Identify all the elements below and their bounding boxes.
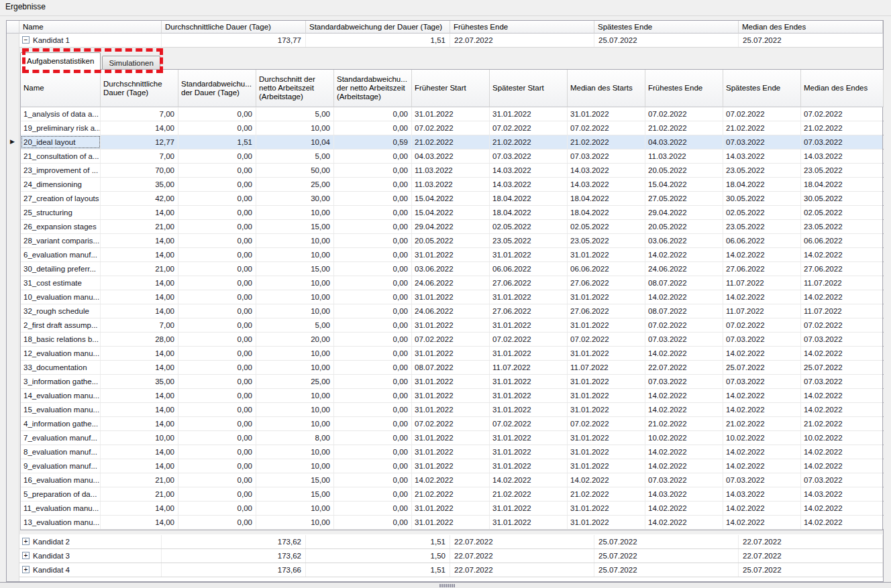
table-cell[interactable]: 11.07.2022 [801,304,884,318]
table-cell[interactable]: 5,00 [256,150,334,163]
table-cell[interactable]: 23.05.2022 [723,164,801,177]
table-row[interactable]: 33_documentation14,000,0010,000,0008.07.… [21,361,882,375]
table-row[interactable]: 21_consultation of a...7,000,005,000,000… [21,150,882,164]
table-cell[interactable]: 21.02.2022 [801,121,884,135]
table-cell[interactable]: 31_cost estimate [21,276,101,290]
table-cell[interactable]: 0,00 [178,445,256,459]
table-cell[interactable]: 14.02.2022 [801,248,884,261]
table-cell[interactable]: 14,00 [101,389,178,402]
table-cell[interactable]: 10.02.2022 [801,431,884,445]
table-cell[interactable]: 20_ideal layout [21,135,101,149]
table-cell[interactable]: 14.02.2022 [412,473,490,487]
table-cell[interactable]: 06.06.2022 [568,262,645,276]
table-cell[interactable]: 11.07.2022 [723,276,801,290]
table-cell[interactable]: 10.02.2022 [645,431,723,445]
table-row[interactable]: 30_detailing preferr...21,000,0015,000,0… [21,262,882,276]
table-cell[interactable]: 31.01.2022 [490,431,568,445]
table-cell[interactable]: 14.02.2022 [801,403,884,416]
splitter-grip-icon[interactable] [439,584,455,587]
table-cell[interactable]: 02.05.2022 [568,220,645,233]
table-cell[interactable]: 14.03.2022 [568,164,645,177]
table-cell[interactable]: 31.01.2022 [568,375,645,388]
table-cell[interactable]: 0,00 [334,164,412,177]
table-cell[interactable]: 14.02.2022 [801,290,884,304]
master-cell[interactable]: 1,51 [306,563,450,577]
table-cell[interactable]: 0,59 [334,135,412,149]
table-row[interactable]: 18_basic relations b...28,000,0020,000,0… [21,333,882,347]
table-cell[interactable]: 18.04.2022 [490,192,568,205]
table-cell[interactable]: 21.02.2022 [412,135,490,149]
table-cell[interactable]: 0,00 [178,178,256,191]
table-cell[interactable]: 10,00 [256,389,334,402]
table-cell[interactable]: 14.03.2022 [723,150,801,163]
table-cell[interactable]: 18_basic relations b... [21,333,101,346]
table-cell[interactable]: 18.04.2022 [490,206,568,219]
master-row-kandidat-3[interactable]: +Kandidat 3173,621,5022.07.202225.07.202… [19,549,883,563]
table-cell[interactable]: 20.05.2022 [645,164,723,177]
table-cell[interactable]: 14.02.2022 [723,403,801,416]
detail-header-col-10[interactable]: Median des Endes [801,70,884,107]
table-cell[interactable]: 0,00 [178,164,256,177]
table-cell[interactable]: 1_analysis of data a... [21,107,101,121]
table-cell[interactable]: 2_first draft assump... [21,318,101,332]
table-cell[interactable]: 21.02.2022 [645,417,723,430]
master-cell[interactable]: 25.07.2022 [594,563,739,577]
table-cell[interactable]: 14.02.2022 [645,459,723,473]
master-name-cell[interactable]: +Kandidat 2 [19,535,162,548]
detail-header-col-6[interactable]: Spätester Start [490,70,568,107]
table-cell[interactable]: 0,00 [334,389,412,402]
table-cell[interactable]: 0,00 [178,502,256,515]
master-cell[interactable]: 1,50 [306,549,450,563]
table-cell[interactable]: 0,00 [334,121,412,135]
table-cell[interactable]: 11.03.2022 [645,150,723,163]
table-cell[interactable]: 31.01.2022 [412,248,490,261]
table-cell[interactable]: 29.04.2022 [645,206,723,219]
master-row-kandidat-1[interactable]: −Kandidat 1173,771,5122.07.202225.07.202… [19,34,883,48]
table-cell[interactable]: 0,00 [334,445,412,459]
table-cell[interactable]: 26_expansion stages [21,220,101,233]
table-cell[interactable]: 21,00 [101,220,178,233]
master-cell[interactable]: 1,51 [306,535,450,548]
table-cell[interactable]: 7,00 [101,107,178,121]
table-row[interactable]: 3_information gathe...35,000,0025,000,00… [21,375,882,389]
table-cell[interactable]: 50,00 [256,164,334,177]
detail-header-col-8[interactable]: Frühestes Ende [645,70,723,107]
table-cell[interactable]: 07.03.2022 [801,375,884,388]
table-cell[interactable]: 14.02.2022 [723,459,801,473]
master-cell[interactable]: 25.07.2022 [739,34,883,47]
table-cell[interactable]: 0,00 [334,487,412,501]
table-cell[interactable]: 07.03.2022 [723,333,801,346]
table-cell[interactable]: 10,00 [256,403,334,416]
table-cell[interactable]: 07.03.2022 [645,375,723,388]
table-cell[interactable]: 14.02.2022 [568,473,645,487]
table-cell[interactable]: 31.01.2022 [490,502,568,515]
master-header-col-1[interactable]: Durchschnittliche Dauer (Tage) [162,21,306,34]
table-cell[interactable]: 25_structuring [21,206,101,219]
expand-icon[interactable]: + [22,538,30,545]
table-cell[interactable]: 31.01.2022 [568,248,645,261]
table-cell[interactable]: 20,00 [256,333,334,346]
table-cell[interactable]: 30.05.2022 [801,192,884,205]
table-cell[interactable]: 07.02.2022 [568,121,645,135]
table-cell[interactable]: 31.01.2022 [412,375,490,388]
table-cell[interactable]: 14,00 [101,276,178,290]
table-cell[interactable]: 14,00 [101,417,178,430]
table-cell[interactable]: 31.01.2022 [568,403,645,416]
table-cell[interactable]: 07.02.2022 [568,417,645,430]
table-cell[interactable]: 06.06.2022 [801,234,884,247]
table-cell[interactable]: 15,00 [256,262,334,276]
table-cell[interactable]: 23.05.2022 [490,234,568,247]
table-row[interactable]: 9_evaluation manuf...14,000,0010,000,003… [21,459,882,473]
table-cell[interactable]: 08.07.2022 [645,276,723,290]
table-cell[interactable]: 14.02.2022 [723,347,801,360]
table-row[interactable]: 19_preliminary risk a...14,000,0010,000,… [21,121,882,135]
table-cell[interactable]: 14.02.2022 [801,389,884,402]
table-cell[interactable]: 14.02.2022 [801,445,884,459]
table-cell[interactable]: 07.03.2022 [801,135,884,149]
table-cell[interactable]: 21.02.2022 [490,135,568,149]
table-cell[interactable]: 31.01.2022 [568,347,645,360]
table-cell[interactable]: 10,00 [256,234,334,247]
table-cell[interactable]: 27.06.2022 [801,262,884,276]
table-cell[interactable]: 10,00 [256,459,334,473]
tab-simulationen[interactable]: Simulationen [102,56,160,70]
